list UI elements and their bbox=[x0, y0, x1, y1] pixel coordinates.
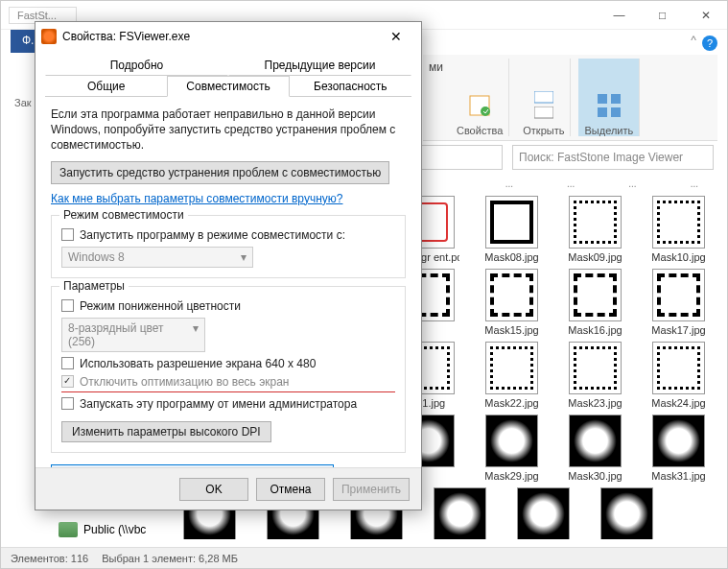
file-item[interactable]: Mask10.jpg bbox=[647, 196, 710, 263]
change-dpi-button[interactable]: Изменить параметры высокого DPI bbox=[61, 421, 271, 442]
thumb-icon bbox=[569, 269, 622, 321]
svg-rect-6 bbox=[598, 107, 607, 117]
thumb-icon bbox=[434, 487, 486, 539]
file-item[interactable]: Mask37.jpg bbox=[512, 487, 575, 539]
thumb-icon bbox=[652, 269, 705, 321]
file-item[interactable]: Mask17.jpg bbox=[647, 269, 710, 336]
tab-details[interactable]: Подробно bbox=[45, 55, 228, 76]
ribbon-open-panel[interactable]: Открыть bbox=[517, 59, 571, 136]
file-label: Mask31.jpg bbox=[647, 470, 710, 482]
status-selected: Выбран 1 элемент: 6,28 МБ bbox=[102, 553, 238, 564]
tab-security[interactable]: Безопасность bbox=[290, 76, 411, 97]
status-elements-count: Элементов: 116 bbox=[11, 553, 88, 564]
dialog-tabs: Подробно Предыдущие версии Общие Совмест… bbox=[45, 55, 411, 97]
help-icon[interactable]: ? bbox=[702, 36, 717, 51]
file-item[interactable]: Mask36.jpg bbox=[429, 487, 491, 539]
col-header: ... bbox=[567, 178, 575, 190]
statusbar: Элементов: 116 Выбран 1 элемент: 6,28 МБ bbox=[1, 547, 727, 568]
compat-mode-group: Режим совместимости Запустить программу … bbox=[51, 215, 406, 278]
dialog-close-button[interactable]: ✕ bbox=[377, 23, 415, 50]
file-label: Mask29.jpg bbox=[481, 470, 543, 482]
file-item[interactable]: Mask08.jpg bbox=[481, 196, 543, 263]
tab-previous-versions[interactable]: Предыдущие версии bbox=[228, 55, 411, 76]
chevron-down-icon: ▾ bbox=[241, 250, 247, 264]
checkbox-run-as-admin-label: Запускать эту программу от имени админис… bbox=[80, 397, 357, 411]
svg-rect-3 bbox=[534, 107, 553, 118]
ribbon-collapse[interactable]: ^ bbox=[691, 34, 696, 47]
ribbon-properties-panel[interactable]: Свойства bbox=[451, 59, 509, 136]
network-drive-icon bbox=[59, 522, 78, 537]
cancel-button[interactable]: Отмена bbox=[256, 478, 325, 501]
file-item[interactable]: Mask24.jpg bbox=[647, 342, 710, 409]
apply-button[interactable]: Применить bbox=[333, 478, 410, 501]
checkbox-640x480[interactable] bbox=[61, 357, 74, 369]
color-depth-value: 8-разрядный цвет (256) bbox=[68, 321, 193, 348]
svg-rect-2 bbox=[534, 91, 553, 103]
tab-compatibility[interactable]: Совместимость bbox=[167, 76, 289, 97]
svg-rect-4 bbox=[598, 94, 607, 104]
thumb-icon bbox=[569, 342, 622, 394]
tab-general[interactable]: Общие bbox=[45, 76, 167, 97]
thumb-icon bbox=[485, 269, 538, 321]
svg-rect-7 bbox=[611, 107, 621, 117]
file-item[interactable]: Mask30.jpg bbox=[564, 415, 626, 482]
ribbon-open-label: Открыть bbox=[523, 125, 564, 136]
svg-rect-5 bbox=[611, 94, 621, 104]
parameters-group: Параметры Режим пониженной цветности 8-р… bbox=[51, 286, 406, 453]
checkbox-reduced-color[interactable] bbox=[61, 299, 74, 312]
file-item[interactable]: Mask22.jpg bbox=[481, 342, 543, 409]
close-button[interactable]: ✕ bbox=[684, 1, 727, 29]
file-label: Mask10.jpg bbox=[647, 251, 710, 263]
file-label: Mask08.jpg bbox=[481, 251, 543, 263]
checkbox-640x480-label: Использовать разрешение экрана 640 x 480 bbox=[80, 357, 316, 370]
file-item[interactable]: Mask15.jpg bbox=[481, 269, 543, 336]
svg-point-1 bbox=[481, 107, 490, 116]
file-label: Mask23.jpg bbox=[564, 397, 626, 409]
sidebar-item-public[interactable]: Public (\\vbc bbox=[59, 522, 146, 537]
file-label: Mask15.jpg bbox=[481, 324, 543, 336]
minimize-button[interactable]: — bbox=[598, 1, 641, 29]
checkbox-compat-mode[interactable] bbox=[61, 228, 74, 241]
file-item[interactable]: Mask09.jpg bbox=[564, 196, 626, 263]
ribbon-properties-label: Свойства bbox=[457, 125, 503, 136]
run-troubleshooter-button[interactable]: Запустить средство устранения проблем с … bbox=[51, 161, 389, 184]
search-input[interactable]: Поиск: FastStone Image Viewer bbox=[512, 145, 714, 170]
file-item[interactable]: Mask38.jpg bbox=[596, 487, 658, 539]
thumb-icon bbox=[485, 342, 538, 394]
app-icon bbox=[41, 29, 57, 44]
thumb-icon bbox=[600, 487, 653, 539]
dialog-titlebar[interactable]: Свойства: FSViewer.exe ✕ bbox=[35, 22, 421, 51]
properties-icon bbox=[466, 92, 493, 119]
ribbon-body: ми Свойства Открыть Выделить bbox=[423, 55, 717, 141]
checkbox-run-as-admin[interactable] bbox=[61, 397, 74, 410]
checkbox-reduced-color-label: Режим пониженной цветности bbox=[80, 299, 241, 313]
properties-dialog: Свойства: FSViewer.exe ✕ Подробно Предыд… bbox=[35, 21, 422, 510]
chevron-down-icon: ▾ bbox=[193, 321, 199, 348]
dialog-footer: OK Отмена Применить bbox=[35, 467, 421, 510]
file-label: Mask30.jpg bbox=[564, 470, 626, 482]
checkbox-disable-fullscreen-label: Отключить оптимизацию во весь экран bbox=[80, 375, 290, 389]
file-item[interactable]: Mask31.jpg bbox=[647, 415, 710, 482]
ribbon-select-panel[interactable]: Выделить bbox=[578, 59, 640, 136]
col-header: ... bbox=[691, 178, 698, 190]
file-item[interactable]: Mask29.jpg bbox=[481, 415, 543, 482]
file-label: Mask09.jpg bbox=[564, 251, 626, 263]
file-item[interactable]: Mask16.jpg bbox=[564, 269, 626, 336]
thumb-icon bbox=[517, 487, 570, 539]
dialog-body: Если эта программа работает неправильно … bbox=[35, 97, 421, 467]
thumb-icon bbox=[485, 196, 538, 249]
select-all-icon bbox=[596, 92, 622, 119]
thumb-icon bbox=[652, 415, 705, 467]
compat-os-select[interactable]: Windows 8 ▾ bbox=[61, 247, 253, 268]
sidebar-item-label: Public (\\vbc bbox=[83, 523, 146, 536]
file-item[interactable]: Mask23.jpg bbox=[564, 342, 626, 409]
maximize-button[interactable]: □ bbox=[641, 1, 684, 29]
ok-button[interactable]: OK bbox=[179, 478, 248, 501]
group-title: Режим совместимости bbox=[59, 208, 188, 222]
compat-os-value: Windows 8 bbox=[68, 250, 125, 264]
color-depth-select[interactable]: 8-разрядный цвет (256) ▾ bbox=[61, 318, 205, 352]
thumb-icon bbox=[652, 196, 705, 249]
thumb-icon bbox=[652, 342, 705, 394]
file-label: Mask24.jpg bbox=[647, 397, 710, 409]
compat-help-link[interactable]: Как мне выбрать параметры совместимости … bbox=[51, 192, 342, 205]
